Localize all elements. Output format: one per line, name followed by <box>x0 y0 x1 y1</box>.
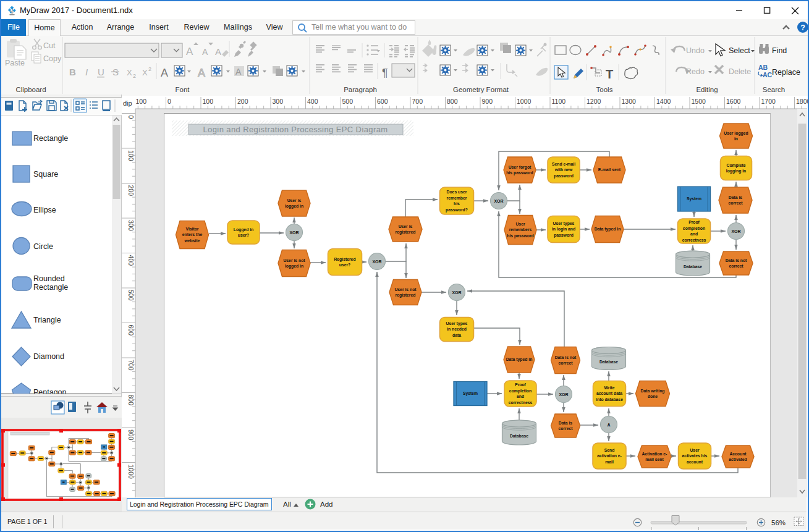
svg-text:completion: completion <box>683 226 705 231</box>
svg-text:password: password <box>554 174 574 179</box>
svg-text:Login and Registration Process: Login and Registration Processing EPC Di… <box>203 125 388 134</box>
svg-text:his password: his password <box>507 234 533 239</box>
svg-text:700: 700 <box>412 98 423 105</box>
svg-text:E-mail sent: E-mail sent <box>598 167 621 172</box>
svg-text:user?: user? <box>339 263 351 267</box>
svg-text:Data is: Data is <box>559 421 573 425</box>
svg-text:user?: user? <box>238 233 250 237</box>
svg-text:User is not: User is not <box>394 287 417 292</box>
svg-text:completion: completion <box>509 389 532 394</box>
svg-text:System: System <box>463 391 478 396</box>
svg-text:1300: 1300 <box>622 98 637 105</box>
svg-text:remember: remember <box>447 196 467 200</box>
svg-text:dip: dip <box>123 99 132 107</box>
svg-text:1500: 1500 <box>692 98 706 105</box>
svg-text:XOR: XOR <box>731 229 740 234</box>
svg-text:User forgot: User forgot <box>509 165 532 170</box>
svg-text:XOR: XOR <box>289 230 299 235</box>
svg-text:500: 500 <box>127 290 135 301</box>
svg-text:correct: correct <box>558 426 573 431</box>
svg-text:in login and: in login and <box>552 227 575 232</box>
svg-text:XOR: XOR <box>559 392 568 397</box>
svg-text:Proof: Proof <box>688 220 700 224</box>
svg-text:XOR: XOR <box>494 199 503 203</box>
svg-text:1000: 1000 <box>517 98 532 105</box>
svg-text:User is: User is <box>399 224 413 229</box>
svg-text:website: website <box>184 239 200 243</box>
svg-text:900: 900 <box>127 429 135 441</box>
svg-text:600: 600 <box>127 325 135 336</box>
svg-text:User is: User is <box>287 198 302 203</box>
svg-text:Data typed in: Data typed in <box>595 227 621 232</box>
svg-text:User types: User types <box>446 321 468 326</box>
svg-text:Data is not: Data is not <box>726 258 747 263</box>
svg-text:activated: activated <box>729 457 747 462</box>
svg-text:activates his: activates his <box>682 454 708 458</box>
svg-text:Account: Account <box>729 452 747 456</box>
svg-text:800: 800 <box>127 395 135 406</box>
svg-text:password?: password? <box>446 208 468 213</box>
svg-text:Write: Write <box>604 386 615 390</box>
svg-text:User types: User types <box>553 221 575 226</box>
svg-text:100: 100 <box>127 150 135 161</box>
svg-text:mail: mail <box>605 460 614 464</box>
svg-text:300: 300 <box>273 98 284 105</box>
svg-text:500: 500 <box>342 98 354 105</box>
svg-text:correct: correct <box>729 264 743 268</box>
svg-text:600: 600 <box>377 98 388 105</box>
svg-text:account: account <box>687 460 703 464</box>
svg-text:1100: 1100 <box>552 98 566 105</box>
svg-text:Does user: Does user <box>447 190 467 194</box>
svg-text:0: 0 <box>127 116 135 119</box>
svg-text:1200: 1200 <box>587 98 601 105</box>
svg-text:XOR: XOR <box>372 260 381 264</box>
svg-text:correctness: correctness <box>509 400 533 405</box>
svg-text:400: 400 <box>307 98 318 105</box>
svg-text:and: and <box>517 394 524 399</box>
svg-text:200: 200 <box>237 98 248 105</box>
svg-text:Data writing: Data writing <box>641 389 665 394</box>
svg-text:logged in: logged in <box>285 204 303 209</box>
svg-text:his password: his password <box>506 171 533 175</box>
svg-text:1400: 1400 <box>656 98 671 105</box>
svg-text:Data is: Data is <box>729 195 743 200</box>
svg-text:Database: Database <box>510 434 528 438</box>
svg-text:Send e-mail: Send e-mail <box>552 162 575 166</box>
svg-text:900: 900 <box>482 98 493 105</box>
svg-text:56%: 56% <box>771 519 786 526</box>
svg-text:1700: 1700 <box>761 98 776 105</box>
svg-text:data: data <box>452 333 461 337</box>
svg-text:Database: Database <box>599 360 618 364</box>
svg-text:Complete: Complete <box>727 163 746 168</box>
svg-text:his: his <box>454 201 460 206</box>
svg-text:Activation e-: Activation e- <box>642 452 667 456</box>
svg-text:logged in: logged in <box>285 264 303 269</box>
svg-text:Data typed in: Data typed in <box>506 357 533 362</box>
svg-text:300: 300 <box>127 220 135 231</box>
svg-text:password: password <box>554 233 574 238</box>
svg-text:0: 0 <box>167 98 171 105</box>
svg-text:1800: 1800 <box>796 98 809 105</box>
svg-text:User logged: User logged <box>724 131 748 136</box>
svg-text:remembers: remembers <box>509 227 532 232</box>
svg-text:Send: Send <box>604 448 615 452</box>
svg-text:enters the: enters the <box>182 232 203 237</box>
svg-text:Visitor: Visitor <box>185 227 198 231</box>
svg-text:Registered: Registered <box>334 257 355 262</box>
svg-text:correct: correct <box>728 201 743 205</box>
svg-text:200: 200 <box>127 185 135 196</box>
svg-text:400: 400 <box>127 255 135 266</box>
svg-text:logging in: logging in <box>726 169 746 174</box>
svg-text:100: 100 <box>203 98 214 105</box>
svg-text:registered: registered <box>396 230 416 235</box>
svg-text:700: 700 <box>127 360 135 371</box>
svg-text:Database: Database <box>684 264 702 269</box>
svg-text:with new: with new <box>554 167 573 172</box>
svg-text:User: User <box>515 222 525 226</box>
svg-text:Logged in: Logged in <box>234 227 253 232</box>
svg-text:account data: account data <box>596 391 622 395</box>
svg-text:User: User <box>690 448 699 452</box>
svg-text:1600: 1600 <box>726 98 741 105</box>
svg-text:activation e-: activation e- <box>597 454 622 458</box>
svg-text:in: in <box>734 137 738 141</box>
